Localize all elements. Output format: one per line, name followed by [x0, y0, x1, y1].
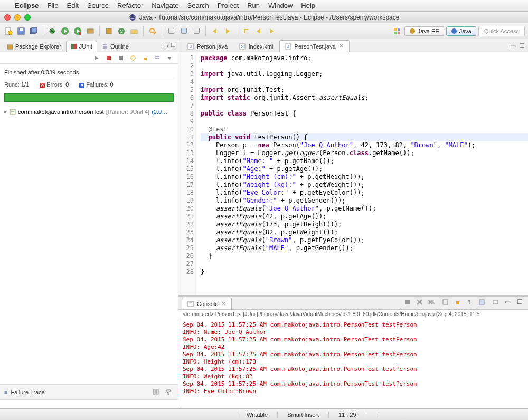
last-edit-button[interactable]	[241, 26, 251, 36]
menu-help[interactable]: Help	[301, 2, 315, 9]
run-last-button[interactable]	[85, 26, 96, 36]
history-button[interactable]	[128, 53, 138, 63]
svg-rect-33	[7, 45, 13, 49]
runs-label: Runs:	[4, 81, 20, 88]
menu-eclipse[interactable]: Eclipse	[15, 2, 39, 9]
new-package-button[interactable]	[103, 26, 114, 36]
test-class-name: com.makotojava.intro.PersonTest	[18, 109, 104, 115]
collapse-button[interactable]	[152, 53, 163, 63]
tab-outline[interactable]: Outline	[97, 41, 134, 52]
maximize-editor-icon[interactable]: ☐	[519, 42, 525, 50]
tab-label: Person.java	[197, 43, 228, 50]
tab-console[interactable]: Console ✕	[182, 298, 232, 309]
status-cursor-pos: 11 : 29	[328, 412, 366, 418]
tab-junit[interactable]: JUnit	[66, 41, 97, 52]
zoom-window[interactable]	[24, 14, 31, 21]
tab-package-explorer[interactable]: Package Explorer	[2, 41, 66, 52]
mac-menubar: Eclipse File Edit Source Refactor Naviga…	[0, 0, 528, 12]
remove-all-button[interactable]	[426, 297, 437, 307]
menu-run[interactable]: Run	[247, 2, 260, 9]
close-icon[interactable]: ✕	[221, 300, 226, 307]
toggle-breadcrumb-button[interactable]	[166, 26, 176, 36]
toggle-mark-button[interactable]	[178, 26, 189, 36]
new-button[interactable]	[3, 26, 14, 36]
open-perspective-button[interactable]	[392, 26, 402, 36]
close-icon[interactable]: ✕	[339, 43, 344, 50]
new-class-button[interactable]: C	[116, 26, 127, 36]
tab-label: Package Explorer	[15, 43, 61, 50]
run-button[interactable]	[60, 26, 70, 36]
editor-tab[interactable]: JPersonTest.java✕	[279, 40, 350, 52]
menu-search[interactable]: Search	[187, 2, 209, 9]
save-button[interactable]	[16, 26, 26, 36]
svg-marker-23	[213, 28, 216, 34]
status-bar: Writable Smart Insert 11 : 29 ⋮	[0, 408, 528, 420]
filter-button[interactable]	[163, 387, 174, 397]
stop-button[interactable]	[116, 53, 126, 63]
terminate-button[interactable]	[402, 297, 412, 307]
open-type-button[interactable]	[129, 26, 139, 36]
open-console-button[interactable]	[490, 297, 501, 307]
svg-rect-20	[131, 30, 137, 34]
menu-project[interactable]: Project	[218, 2, 239, 9]
menu-refactor[interactable]: Refactor	[117, 2, 143, 9]
console-output[interactable]: Sep 04, 2015 11:57:25 AM com.makotojava.…	[178, 319, 528, 408]
editor-tab[interactable]: Xindex.xml	[233, 41, 279, 52]
test-tree-item[interactable]: ▸ com.makotojava.intro.PersonTest [Runne…	[4, 107, 174, 116]
console-max-button[interactable]: ☐	[514, 297, 525, 307]
svg-point-3	[8, 31, 12, 35]
menu-file[interactable]: File	[48, 2, 59, 9]
stack-icon: ≡	[4, 389, 7, 395]
menu-edit[interactable]: Edit	[67, 2, 78, 9]
junit-toolbar: ▾	[0, 52, 178, 64]
menu-source[interactable]: Source	[87, 2, 109, 9]
minimize-window[interactable]	[14, 14, 21, 21]
svg-line-22	[154, 32, 156, 34]
svg-point-31	[410, 28, 415, 34]
search-button[interactable]	[147, 26, 158, 36]
minimize-view-icon[interactable]: ▭	[162, 42, 168, 50]
next-annotation-button[interactable]	[222, 26, 233, 36]
show-whitespace-button[interactable]	[191, 26, 202, 36]
console-min-button[interactable]: ▭	[502, 297, 513, 307]
rerun-failed-button[interactable]	[103, 53, 114, 63]
svg-point-1	[129, 16, 136, 18]
menu-navigate[interactable]: Navigate	[152, 2, 178, 9]
display-selected-button[interactable]	[476, 297, 487, 307]
coverage-button[interactable]	[72, 26, 83, 36]
svg-rect-49	[156, 390, 158, 394]
perspective-javaee[interactable]: Java EE	[404, 26, 444, 36]
svg-rect-16	[87, 29, 93, 33]
editor-tab[interactable]: JPerson.java	[182, 41, 233, 52]
pin-console-button[interactable]	[464, 297, 475, 307]
compare-button[interactable]	[150, 387, 161, 397]
back-button[interactable]	[253, 26, 264, 36]
save-all-button[interactable]	[29, 26, 39, 36]
expand-icon[interactable]: ▸	[4, 108, 7, 115]
minimize-editor-icon[interactable]: ▭	[510, 42, 516, 50]
close-window[interactable]	[4, 14, 11, 21]
svg-rect-69	[479, 300, 484, 304]
failure-trace-header: ≡ Failure Trace	[0, 384, 178, 400]
forward-button[interactable]	[266, 26, 277, 36]
errors-label: Errors:	[46, 81, 64, 88]
view-menu-button[interactable]: ▾	[164, 53, 175, 63]
perspective-java[interactable]: Java	[446, 26, 476, 36]
lock-button[interactable]	[140, 53, 150, 63]
debug-button[interactable]	[47, 26, 58, 36]
code-editor[interactable]: 1234567891011121314151617181920212223242…	[178, 52, 528, 295]
quick-access[interactable]: Quick Access	[478, 26, 525, 36]
line-gutter: 1234567891011121314151617181920212223242…	[178, 52, 197, 295]
maximize-view-icon[interactable]: ☐	[171, 42, 176, 50]
console-launch-info: <terminated> PersonTest [JUnit] /Library…	[178, 310, 528, 319]
console-tab-label: Console	[197, 301, 218, 307]
remove-launch-button[interactable]	[414, 297, 425, 307]
code-content[interactable]: package com.makotojava.intro;import java…	[197, 52, 528, 295]
tab-label: index.xml	[249, 43, 273, 50]
menu-window[interactable]: Window	[268, 2, 293, 9]
failure-icon: ✕	[79, 83, 84, 88]
clear-console-button[interactable]	[440, 297, 450, 307]
rerun-test-button[interactable]	[91, 53, 102, 63]
scroll-lock-button[interactable]	[452, 297, 463, 307]
prev-annotation-button[interactable]	[210, 26, 220, 36]
